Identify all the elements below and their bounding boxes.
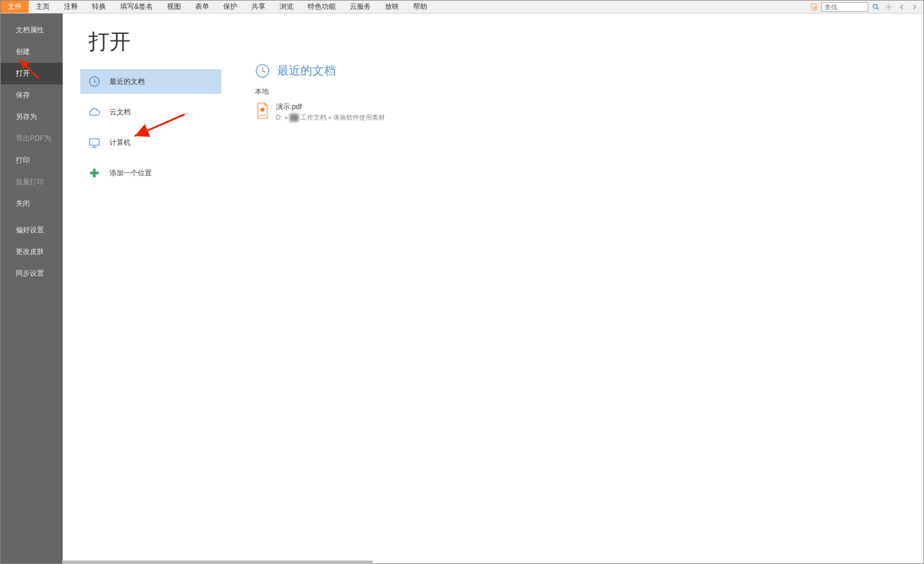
open-source-label: 最近的文档 [110,77,145,87]
open-source-label: 计算机 [110,138,131,148]
svg-point-5 [888,6,890,8]
open-source-label: 添加一个位置 [110,168,152,178]
sidebar-item-open[interactable]: 打开 [1,63,63,84]
sidebar-item-export[interactable]: 导出PDF为 [1,128,63,150]
open-source-cloud[interactable]: 云文档 [80,100,221,124]
menu-home[interactable]: 主页 [29,1,57,13]
recent-file-name: 演示.pdf [276,102,385,112]
sidebar-item-save[interactable]: 保存 [1,84,63,106]
open-source-add-location[interactable]: 添加一个位置 [80,161,221,185]
sidebar-item-batchprint[interactable]: 批量打印 [1,171,63,193]
search-input[interactable] [821,2,868,12]
section-local-label: 本地 [255,87,923,97]
clock-icon [87,74,101,89]
sidebar-item-saveas[interactable]: 另存为 [1,106,63,128]
find-in-page-icon[interactable] [809,2,819,12]
clock-icon [255,63,270,79]
sidebar-item-docprops[interactable]: 文档属性 [1,19,63,41]
open-source-label: 云文档 [110,107,131,117]
sidebar-item-print[interactable]: 打印 [1,150,63,171]
computer-icon [87,135,101,150]
sidebar-item-prefs[interactable]: 偏好设置 [1,219,63,241]
svg-text:PDF: PDF [260,114,265,117]
recent-documents-panel: 最近的文档 本地 PDF 演示.pdf D: » ██ 工作文档 » 体验软件使… [234,13,923,563]
sidebar-item-skin[interactable]: 更改皮肤 [1,241,63,263]
menu-file[interactable]: 文件 [1,1,29,13]
menu-protect[interactable]: 保护 [216,1,244,13]
menu-form[interactable]: 表单 [188,1,216,13]
menu-browse[interactable]: 浏览 [272,1,301,13]
file-menu-sidebar: 文档属性 创建 打开 保存 另存为 导出PDF为 打印 批量打印 关闭 偏好设置… [1,13,63,563]
sidebar-item-sync[interactable]: 同步设置 [1,263,63,284]
page-title: 打开 [63,28,233,69]
menubar-right [809,1,923,13]
menu-cloud[interactable]: 云服务 [343,1,378,13]
menu-convert[interactable]: 转换 [85,1,113,13]
recent-file-item[interactable]: PDF 演示.pdf D: » ██ 工作文档 » 体验软件使用素材 [255,100,923,124]
svg-point-3 [873,4,877,8]
search-icon[interactable] [871,2,881,12]
chevron-right-icon[interactable] [909,2,920,12]
svg-rect-7 [90,139,100,145]
menubar: 文件 主页 注释 转换 填写&签名 视图 表单 保护 共享 浏览 特色功能 云服… [1,1,923,13]
open-source-computer[interactable]: 计算机 [80,130,221,155]
pdf-file-icon: PDF [255,103,270,118]
menu-fill-sign[interactable]: 填写&签名 [113,1,160,13]
menu-share[interactable]: 共享 [244,1,272,13]
plus-icon [87,166,101,180]
bottom-strip [62,560,373,564]
chevron-left-icon[interactable] [896,2,907,12]
menu-features[interactable]: 特色功能 [301,1,343,13]
sidebar-item-close[interactable]: 关闭 [1,193,63,215]
cloud-icon [87,105,101,119]
menu-help[interactable]: 帮助 [406,1,434,13]
recent-file-path: D: » ██ 工作文档 » 体验软件使用素材 [276,113,385,122]
app-root: 文件 主页 注释 转换 填写&签名 视图 表单 保护 共享 浏览 特色功能 云服… [0,0,924,564]
menu-annotate[interactable]: 注释 [57,1,85,13]
gear-icon[interactable] [884,2,894,12]
content-title: 最近的文档 [277,63,336,79]
menu-slideshow[interactable]: 放映 [378,1,406,13]
svg-line-4 [877,8,879,9]
open-source-recent[interactable]: 最近的文档 [80,69,221,94]
menu-view[interactable]: 视图 [160,1,188,13]
open-source-list: 打开 最近的文档 云文档 [63,13,234,563]
sidebar-item-create[interactable]: 创建 [1,41,63,63]
svg-point-13 [261,108,265,112]
content-header: 最近的文档 [255,63,923,79]
